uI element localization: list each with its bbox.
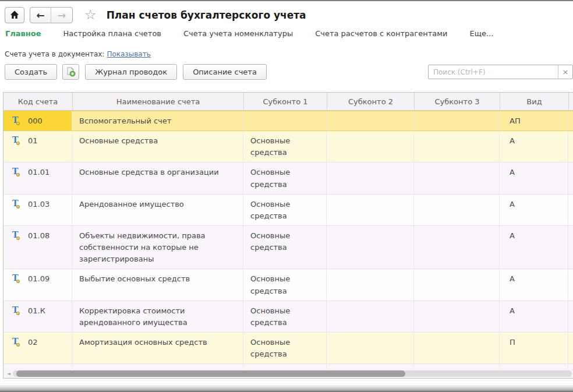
subconto1-cell[interactable]: Основные средства [243,301,327,332]
account-code-cell[interactable]: T01 [3,131,72,162]
subconto2-cell[interactable] [327,131,414,162]
subconto1-cell[interactable]: Основные средства [243,364,327,369]
scrollbar-track[interactable] [13,370,572,377]
rest-cell[interactable] [568,333,573,363]
account-code-cell[interactable]: T01.01 [3,163,72,193]
subconto2-cell[interactable] [327,301,414,332]
account-row-02[interactable]: T02Амортизация основных средствОсновные … [3,333,573,364]
forward-button[interactable]: → [51,8,72,23]
column-header-code[interactable]: Код счета [3,93,73,110]
account-row-01.01[interactable]: T01.01Основные средства в организацииОсн… [3,163,573,194]
menu-tab-scheta-raschetov-s-kontragentami[interactable]: Счета расчетов с контрагентами [315,29,447,38]
create-group-button[interactable] [62,64,79,80]
account-code-cell[interactable]: T01.08 [3,226,72,269]
t-account-icon: T [12,337,21,347]
account-code: 01.09 [28,273,49,285]
rest-cell[interactable] [568,301,573,332]
account-name-cell[interactable]: Корректировка стоимости арендованного им… [72,301,243,332]
account-code-cell[interactable]: T000 [3,111,72,130]
account-code-cell[interactable]: T02 [3,333,72,363]
column-header-vid[interactable]: Вид [500,93,569,110]
account-row-01.08[interactable]: T01.08Объекты недвижимости, права собств… [3,226,573,269]
rest-cell[interactable] [568,163,573,193]
journal-button[interactable]: Журнал проводок [85,64,177,80]
subconto3-cell[interactable] [414,226,500,269]
account-name-cell[interactable]: Объекты недвижимости, права собственност… [72,226,243,269]
subconto1-cell[interactable]: Основные средства [243,195,327,225]
account-row-01.К[interactable]: T01.ККорректировка стоимости арендованно… [3,301,573,333]
vid-cell[interactable]: А [500,301,568,332]
back-button[interactable]: ← [30,8,51,23]
account-row-01[interactable]: T01Основные средстваОсновные средстваА [3,131,573,163]
favorite-star-icon[interactable]: ☆ [84,8,97,22]
subconto3-cell[interactable] [414,131,500,162]
scrollbar-thumb[interactable] [16,370,405,377]
menu-tab-scheta-ucheta-nomenklatury[interactable]: Счета учета номенклатуры [183,29,293,38]
account-code-cell[interactable]: T02.01 [3,364,72,369]
vid-cell[interactable]: П [500,333,568,363]
create-button[interactable]: Создать [5,64,57,80]
account-row-01.03[interactable]: T01.03Арендованное имуществоОсновные сре… [3,195,573,226]
rest-cell[interactable] [568,131,573,162]
account-name-cell[interactable]: Амортизация основных средств, учитываемы… [72,364,243,369]
account-row-000[interactable]: T000Вспомогательный счетАП [3,111,573,131]
vid-cell[interactable]: А [500,269,568,300]
subconto2-cell[interactable] [327,111,414,130]
subconto3-cell[interactable] [414,111,500,130]
subconto1-cell[interactable]: Основные средства [243,163,327,193]
vid-cell[interactable]: А [500,195,568,225]
subconto3-cell[interactable] [414,333,500,363]
subconto1-cell[interactable]: Основные средства [243,226,327,269]
rest-cell[interactable] [568,226,573,269]
account-name-cell[interactable]: Основные средства в организации [72,163,243,193]
subconto3-cell[interactable] [414,301,500,332]
subconto3-cell[interactable] [414,364,500,369]
account-row-01.09[interactable]: T01.09Выбытие основных средствОсновные с… [3,269,573,301]
account-description-button[interactable]: Описание счета [183,64,267,80]
subconto3-cell[interactable] [414,269,500,300]
vid-cell[interactable]: АП [500,111,568,130]
forward-arrow-icon: → [58,9,66,21]
subconto1-cell[interactable]: Основные средства [243,131,327,162]
menu-tab-glavnoe[interactable]: Главное [5,29,41,38]
search-clear-button[interactable]: × [558,65,572,79]
vid-cell[interactable]: А [500,226,568,269]
rest-cell[interactable] [568,364,573,369]
vid-cell[interactable]: А [500,131,568,162]
vid-cell[interactable]: А [500,163,568,193]
subconto3-cell[interactable] [414,195,500,225]
account-code-cell[interactable]: T01.09 [3,269,72,300]
account-name-cell[interactable]: Основные средства [72,131,243,162]
menu-tab-more[interactable]: Еще... [469,29,493,38]
account-name-cell[interactable]: Амортизация основных средств [72,333,243,363]
column-header-subconto1[interactable]: Субконто 1 [244,93,327,110]
subconto2-cell[interactable] [327,333,414,363]
rest-cell[interactable] [568,111,573,130]
account-row-02.01[interactable]: T02.01Амортизация основных средств, учит… [3,364,573,369]
show-link[interactable]: Показывать [107,50,150,58]
subconto2-cell[interactable] [327,163,414,193]
vid-cell[interactable]: П [500,364,568,369]
column-header-name[interactable]: Наименование счета [73,93,244,110]
rest-cell[interactable] [568,195,573,225]
subconto2-cell[interactable] [327,195,414,225]
account-name-cell[interactable]: Арендованное имущество [72,195,243,225]
column-header-subconto3[interactable]: Субконто 3 [415,93,500,110]
search-input[interactable] [429,65,558,79]
subconto3-cell[interactable] [414,163,500,193]
subconto2-cell[interactable] [327,364,414,369]
subconto1-cell[interactable] [243,111,327,130]
account-code-cell[interactable]: T01.К [3,301,72,332]
account-name-cell[interactable]: Выбытие основных средств [72,269,243,300]
scroll-left-arrow-icon[interactable]: ◄ [5,369,13,378]
account-name-cell[interactable]: Вспомогательный счет [72,111,243,130]
subconto2-cell[interactable] [327,226,414,269]
home-button[interactable] [5,7,24,23]
subconto1-cell[interactable]: Основные средства [243,269,327,300]
column-header-subconto2[interactable]: Субконто 2 [327,93,415,110]
rest-cell[interactable] [568,269,573,300]
menu-tab-nastroyka-plana-schetov[interactable]: Настройка плана счетов [63,29,161,38]
subconto2-cell[interactable] [327,269,414,300]
account-code-cell[interactable]: T01.03 [3,195,72,225]
subconto1-cell[interactable]: Основные средства [243,333,327,363]
